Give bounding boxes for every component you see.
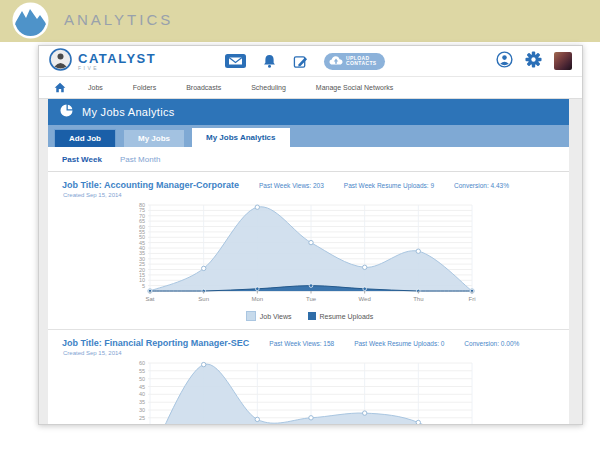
filter-past-month[interactable]: Past Month <box>120 155 160 164</box>
svg-text:40: 40 <box>139 391 145 397</box>
profile-avatar[interactable] <box>554 52 572 70</box>
svg-text:45: 45 <box>139 240 145 246</box>
svg-text:75: 75 <box>139 207 145 213</box>
svg-text:Mon: Mon <box>251 296 263 302</box>
upload-contacts-label: UPLOAD CONTACTS <box>346 56 377 66</box>
home-icon[interactable] <box>54 82 66 93</box>
mountain-logo-icon <box>12 2 49 43</box>
svg-text:60: 60 <box>139 224 145 230</box>
analytics-card: My Jobs Analytics Add Job My Jobs My Job… <box>48 99 569 425</box>
svg-text:Fri: Fri <box>469 296 476 302</box>
svg-text:70: 70 <box>139 213 145 219</box>
pie-chart-icon <box>60 103 73 121</box>
resume-uploads-swatch <box>308 312 316 320</box>
job-title[interactable]: Job Title: Accounting Manager-Corporate <box>62 180 239 190</box>
job-stat-uploads: Past Week Resume Uploads: 0 <box>354 340 444 347</box>
nav-item-scheduling[interactable]: Scheduling <box>251 84 286 91</box>
topbar-right-icons <box>484 51 572 72</box>
svg-text:20: 20 <box>139 267 145 273</box>
job-stat-conversion: Conversion: 0.00% <box>464 340 519 347</box>
svg-text:15: 15 <box>139 272 145 278</box>
tab-my-jobs[interactable]: My Jobs <box>124 130 184 147</box>
svg-text:35: 35 <box>139 399 145 405</box>
svg-text:25: 25 <box>139 261 145 267</box>
bell-icon[interactable] <box>262 54 277 69</box>
svg-text:50: 50 <box>139 376 145 382</box>
content-area: My Jobs Analytics Add Job My Jobs My Job… <box>39 99 582 425</box>
job-stat-views: Past Week Views: 203 <box>259 182 324 189</box>
job-title-row: Job Title: Financial Reporting Manager-S… <box>62 338 557 348</box>
svg-text:50: 50 <box>139 234 145 240</box>
person-circle-logo-icon <box>49 48 72 75</box>
nav-item-broadcasts[interactable]: Broadcasts <box>186 84 221 91</box>
brand-subtitle: FIVE <box>78 66 156 71</box>
svg-text:Wed: Wed <box>359 296 371 302</box>
job-stat-views: Past Week Views: 158 <box>269 340 334 347</box>
svg-text:55: 55 <box>139 368 145 374</box>
svg-text:30: 30 <box>139 407 145 413</box>
chart-legend: Job Views Resume Uploads <box>62 311 557 321</box>
svg-text:65: 65 <box>139 218 145 224</box>
svg-text:55: 55 <box>139 229 145 235</box>
svg-text:Tue: Tue <box>306 296 317 302</box>
add-job-button[interactable]: Add Job <box>54 129 116 147</box>
brand-name: CATALYST <box>78 52 156 65</box>
svg-text:Sat: Sat <box>145 296 154 302</box>
job-created-date: Created Sep 15, 2014 <box>63 350 557 356</box>
nav-item-manage-social-networks[interactable]: Manage Social Networks <box>316 84 393 91</box>
svg-text:10: 10 <box>139 277 145 283</box>
analytics-banner: ANALYTICS <box>0 0 600 42</box>
job-stat-uploads: Past Week Resume Uploads: 9 <box>344 182 434 189</box>
brand-text: CATALYST FIVE <box>78 52 156 71</box>
job-analytics-chart-2[interactable]: 51015202530354045505560SatSunMonTueWedTh… <box>120 359 557 425</box>
nav-item-jobs[interactable]: Jobs <box>88 84 103 91</box>
job-title[interactable]: Job Title: Financial Reporting Manager-S… <box>62 338 249 348</box>
job-stat-conversion: Conversion: 4.43% <box>454 182 509 189</box>
svg-text:30: 30 <box>139 256 145 262</box>
svg-text:20: 20 <box>139 423 145 425</box>
nav-item-folders[interactable]: Folders <box>133 84 156 91</box>
job-section-1: Job Title: Accounting Manager-Corporate … <box>48 172 569 329</box>
svg-text:45: 45 <box>139 384 145 390</box>
legend-job-views: Job Views <box>246 311 292 321</box>
main-nav: Jobs Folders Broadcasts Scheduling Manag… <box>39 77 582 99</box>
svg-text:25: 25 <box>139 415 145 421</box>
cloud-upload-icon <box>329 52 343 70</box>
time-filter-row: Past Week Past Month <box>48 147 569 172</box>
job-created-date: Created Sep 15, 2014 <box>63 192 557 198</box>
legend-resume-uploads: Resume Uploads <box>308 312 374 320</box>
job-title-row: Job Title: Accounting Manager-Corporate … <box>62 180 557 190</box>
job-analytics-chart-1[interactable]: 5101520253035404550556065707580SatSunMon… <box>120 201 557 310</box>
job-section-2: Job Title: Financial Reporting Manager-S… <box>48 329 569 425</box>
svg-text:35: 35 <box>139 250 145 256</box>
banner-title: ANALYTICS <box>64 11 173 28</box>
tab-my-jobs-analytics[interactable]: My Jobs Analytics <box>192 128 290 147</box>
svg-text:5: 5 <box>142 283 145 289</box>
app-topbar: CATALYST FIVE <box>39 46 582 77</box>
filter-past-week[interactable]: Past Week <box>62 155 102 164</box>
mail-icon[interactable] <box>225 54 246 68</box>
tab-strip: Add Job My Jobs My Jobs Analytics <box>48 125 569 147</box>
card-header: My Jobs Analytics <box>48 99 569 125</box>
svg-text:80: 80 <box>139 202 145 208</box>
upload-contacts-button[interactable]: UPLOAD CONTACTS <box>324 53 385 70</box>
svg-text:40: 40 <box>139 245 145 251</box>
gear-icon[interactable] <box>525 51 542 72</box>
brand[interactable]: CATALYST FIVE <box>49 48 209 75</box>
svg-text:Sun: Sun <box>198 296 209 302</box>
svg-text:Thu: Thu <box>413 296 423 302</box>
compose-icon[interactable] <box>293 54 308 69</box>
app-window: CATALYST FIVE <box>38 45 583 425</box>
page-title: My Jobs Analytics <box>82 106 175 118</box>
svg-text:60: 60 <box>139 360 145 366</box>
job-views-swatch <box>246 311 256 321</box>
account-icon[interactable] <box>496 51 513 72</box>
